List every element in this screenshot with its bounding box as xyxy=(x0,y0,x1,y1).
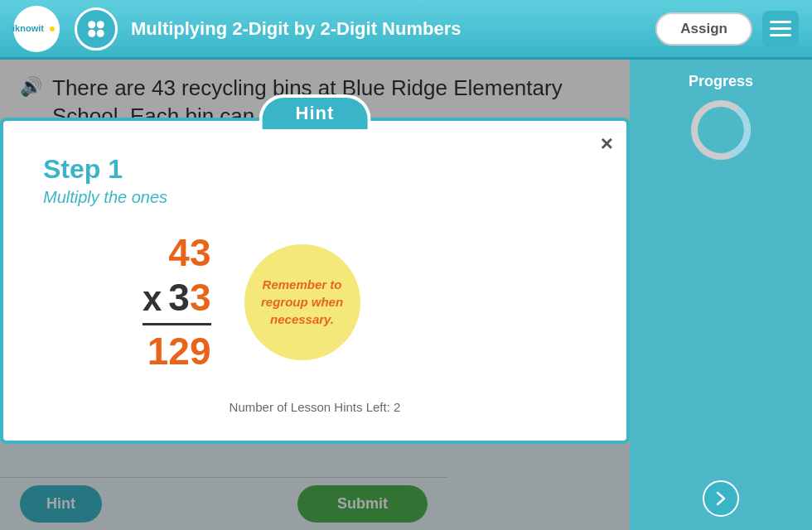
hamburger-line-2 xyxy=(770,27,791,30)
svg-point-0 xyxy=(50,26,55,31)
lesson-title: Multiplying 2-Digit by 2-Digit Numbers xyxy=(131,18,655,40)
math-problem: 4 3 x 3 3 xyxy=(143,230,211,373)
bottom-digit-3a: 3 xyxy=(168,275,190,320)
math-container: 4 3 x 3 3 xyxy=(143,230,587,373)
progress-circle xyxy=(688,97,754,163)
multiply-operator: x xyxy=(143,279,162,319)
svg-point-4 xyxy=(97,29,104,36)
modal-wrapper: Hint × Step 1 Multiply the ones 4 3 xyxy=(0,118,630,444)
hamburger-menu-button[interactable] xyxy=(762,11,799,47)
content-area: 🔊 There are 43 recycling bins at Blue Ri… xyxy=(0,60,630,530)
logo-container: iknowit xyxy=(13,6,118,52)
hamburger-line-1 xyxy=(770,21,791,23)
hamburger-line-3 xyxy=(770,34,791,36)
math-top-row: 4 3 xyxy=(168,230,210,275)
step-title: Step 1 xyxy=(43,154,587,185)
reminder-text: Remember to regroup when necessary. xyxy=(258,276,347,328)
svg-point-1 xyxy=(88,21,95,28)
result-digit-1: 1 xyxy=(147,329,169,373)
hint-modal: × Step 1 Multiply the ones 4 3 xyxy=(0,118,630,444)
modal-tab-label: Hint xyxy=(296,103,335,123)
math-operator-row: x 3 3 xyxy=(143,275,211,320)
nav-arrow-button[interactable] xyxy=(703,480,739,517)
top-digit-3: 3 xyxy=(190,230,211,275)
modal-tab: Hint xyxy=(259,94,371,129)
app-header: iknowit Multiplying 2-Digit by 2-Digit N… xyxy=(0,0,812,60)
result-digit-9: 9 xyxy=(190,329,211,373)
right-sidebar: Progress xyxy=(630,60,812,530)
svg-point-3 xyxy=(88,29,95,36)
math-result-row: 1 2 9 xyxy=(147,329,211,373)
svg-point-2 xyxy=(97,21,104,28)
top-digit-4: 4 xyxy=(168,230,190,275)
progress-label: Progress xyxy=(689,73,753,90)
modal-close-button[interactable]: × xyxy=(601,131,613,157)
main-area: 🔊 There are 43 recycling bins at Blue Ri… xyxy=(0,60,812,530)
hints-left: Number of Lesson Hints Left: 2 xyxy=(43,400,587,414)
modal-overlay: Hint × Step 1 Multiply the ones 4 3 xyxy=(0,60,630,530)
logo-icon xyxy=(75,7,118,51)
reminder-bubble: Remember to regroup when necessary. xyxy=(244,244,360,360)
bottom-digit-3b: 3 xyxy=(190,275,211,320)
math-divider-line xyxy=(143,323,211,325)
assign-button[interactable]: Assign xyxy=(655,12,752,46)
logo-badge: iknowit xyxy=(13,6,60,52)
result-digit-2: 2 xyxy=(168,329,190,373)
logo-text: iknowit xyxy=(12,23,44,33)
step-subtitle: Multiply the ones xyxy=(43,188,587,207)
